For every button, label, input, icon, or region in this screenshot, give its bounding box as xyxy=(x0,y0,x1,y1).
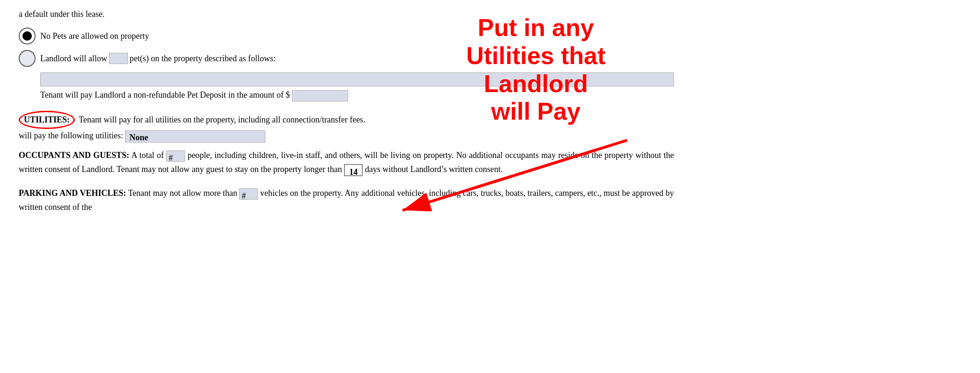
parking-label: PARKING AND VEHICLES: xyxy=(19,188,126,198)
occupants-text3: days without Landlord’s written consent. xyxy=(365,165,503,174)
allow-pets-label: Landlord will allow pet(s) on the proper… xyxy=(40,53,276,64)
pet-deposit-label: Tenant will pay Landlord a non-refundabl… xyxy=(40,90,290,100)
allow-pets-radio[interactable] xyxy=(19,50,36,67)
parking-text1: Tenant may not allow more than xyxy=(128,188,237,198)
utilities-text1: Tenant will pay for all utilities on the… xyxy=(79,115,365,124)
annotation-line2: Utilities that xyxy=(466,42,606,69)
occupants-section: OCCUPANTS AND GUESTS: A total of # peopl… xyxy=(19,148,674,177)
vehicles-count-input[interactable]: # xyxy=(239,188,258,200)
pets-count-input[interactable] xyxy=(109,53,128,64)
annotation-line3: Landlord xyxy=(484,70,588,97)
no-pets-radio[interactable] xyxy=(19,28,36,44)
allow-pets-label-before: Landlord will allow xyxy=(40,54,107,64)
pet-deposit-input[interactable] xyxy=(292,90,348,101)
guest-days-input[interactable]: 14 xyxy=(344,164,363,176)
utilities-value[interactable]: None xyxy=(125,130,265,143)
annotation-text: Put in any Utilities that Landlord will … xyxy=(407,14,665,126)
no-pets-label: No Pets are allowed on property xyxy=(40,31,149,41)
occupants-text1: A total of xyxy=(132,151,164,160)
parking-section: PARKING AND VEHICLES: Tenant may not all… xyxy=(19,186,674,215)
occupants-count-input[interactable]: # xyxy=(166,151,185,162)
annotation-line4: will Pay xyxy=(491,98,581,125)
allow-pets-label-after: pet(s) on the property described as foll… xyxy=(130,54,276,64)
page-content: a default under this lease. No Pets are … xyxy=(19,9,674,215)
utilities-circle-label: UTILITIES: xyxy=(19,111,75,129)
utilities-text2: will pay the following utilities: xyxy=(19,131,123,140)
occupants-label: OCCUPANTS AND GUESTS: xyxy=(19,151,129,160)
utilities-label: UTILITIES: xyxy=(24,115,70,124)
annotation-line1: Put in any xyxy=(478,14,594,41)
